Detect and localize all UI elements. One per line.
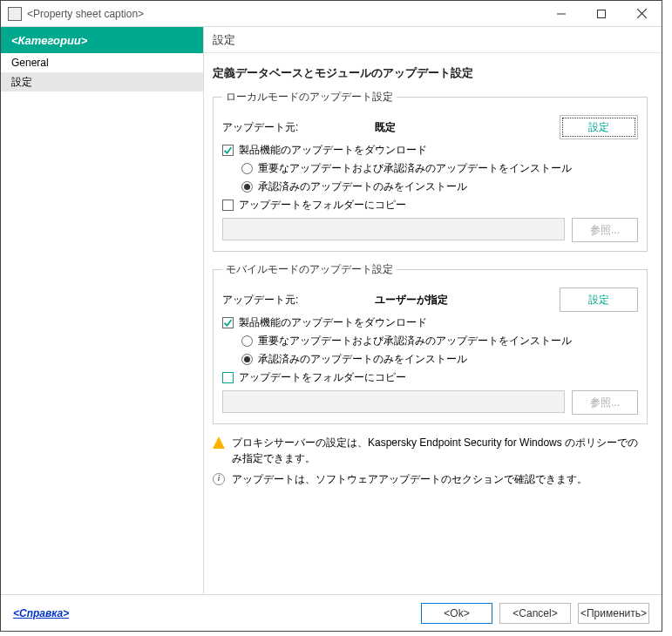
app-icon [8, 7, 22, 21]
radio-label: 承認済みのアップデートのみをインストール [258, 352, 467, 367]
local-config-button[interactable]: 設定 [560, 115, 638, 139]
mobile-browse-button[interactable]: 参照... [572, 390, 638, 415]
checkbox-icon [222, 200, 234, 211]
warning-icon [213, 436, 225, 449]
checkbox-label: 製品機能のアップデートをダウンロード [239, 315, 427, 330]
content-title: 設定 [204, 27, 662, 53]
help-link[interactable]: <Справка> [13, 607, 69, 619]
radio-icon [241, 335, 253, 347]
radio-label: 承認済みのアップデートのみをインストール [258, 179, 467, 194]
section-header: 定義データベースとモジュールのアップデート設定 [213, 65, 648, 81]
sidebar-header: <Категории> [1, 27, 203, 53]
close-button[interactable] [621, 1, 662, 27]
mobile-copy-folder-checkbox[interactable]: アップデートをフォルダーにコピー [222, 370, 638, 385]
checkbox-icon [222, 145, 234, 156]
minimize-button[interactable] [541, 1, 581, 27]
local-mode-legend: ローカルモードのアップデート設定 [222, 90, 397, 105]
local-approved-radio[interactable]: 承認済みのアップデートのみをインストール [241, 179, 638, 194]
checkbox-label: アップデートをフォルダーにコピー [239, 370, 406, 385]
mobile-feature-dl-checkbox[interactable]: 製品機能のアップデートをダウンロード [222, 315, 638, 330]
info-icon: i [213, 473, 225, 485]
sidebar-item-general[interactable]: General [1, 53, 203, 72]
ok-button[interactable]: <Ok> [421, 603, 492, 624]
local-important-radio[interactable]: 重要なアップデートおよび承認済みのアップデートをインストール [241, 161, 638, 176]
footer: <Справка> <Ok> <Cancel> <Применить> [1, 594, 662, 631]
svg-rect-1 [598, 10, 606, 17]
mobile-config-button[interactable]: 設定 [560, 288, 638, 312]
property-sheet-window: <Property sheet caption> <Категории> Gen… [0, 0, 662, 632]
local-copy-folder-checkbox[interactable]: アップデートをフォルダーにコピー [222, 198, 638, 213]
local-folder-input [222, 218, 565, 240]
local-mode-fieldset: ローカルモードのアップデート設定 アップデート元: 既定 設定 製品機能のアップ… [213, 90, 648, 252]
warning-text: プロキシサーバーの設定は、Kaspersky Endpoint Security… [232, 435, 648, 466]
local-browse-button[interactable]: 参照... [572, 218, 638, 242]
mobile-source-value: ユーザーが指定 [375, 293, 560, 308]
cancel-button[interactable]: <Cancel> [499, 603, 571, 624]
radio-label: 重要なアップデートおよび承認済みのアップデートをインストール [258, 161, 572, 176]
checkbox-icon [222, 372, 234, 383]
radio-icon [241, 354, 253, 365]
window-title: <Property sheet caption> [27, 8, 541, 20]
checkbox-label: アップデートをフォルダーにコピー [239, 198, 406, 213]
info-text: アップデートは、ソフトウェアアップデートのセクションで確認できます。 [232, 471, 587, 487]
sidebar: <Категории> General 設定 [1, 27, 204, 594]
mobile-source-label: アップデート元: [222, 293, 375, 308]
mobile-important-radio[interactable]: 重要なアップデートおよび承認済みのアップデートをインストール [241, 334, 638, 348]
checkbox-label: 製品機能のアップデートをダウンロード [239, 143, 427, 158]
local-feature-dl-checkbox[interactable]: 製品機能のアップデートをダウンロード [222, 143, 638, 158]
radio-label: 重要なアップデートおよび承認済みのアップデートをインストール [258, 334, 572, 348]
update-info: i アップデートは、ソフトウェアアップデートのセクションで確認できます。 [213, 471, 648, 487]
titlebar: <Property sheet caption> [1, 1, 662, 27]
radio-icon [241, 163, 253, 174]
mobile-mode-legend: モバイルモードのアップデート設定 [222, 262, 397, 277]
maximize-button[interactable] [581, 1, 621, 27]
sidebar-item-settings[interactable]: 設定 [1, 72, 203, 91]
proxy-warning: プロキシサーバーの設定は、Kaspersky Endpoint Security… [213, 435, 648, 466]
local-source-value: 既定 [375, 120, 560, 135]
sidebar-item-label: General [11, 57, 49, 69]
content-pane: 設定 定義データベースとモジュールのアップデート設定 ローカルモードのアップデー… [204, 27, 662, 594]
checkbox-icon [222, 317, 234, 328]
mobile-mode-fieldset: モバイルモードのアップデート設定 アップデート元: ユーザーが指定 設定 製品機… [213, 262, 648, 424]
sidebar-item-label: 設定 [11, 75, 32, 90]
mobile-folder-input [222, 390, 565, 413]
mobile-approved-radio[interactable]: 承認済みのアップデートのみをインストール [241, 352, 638, 367]
radio-icon [241, 181, 253, 193]
apply-button[interactable]: <Применить> [578, 603, 649, 624]
local-source-label: アップデート元: [222, 120, 375, 135]
